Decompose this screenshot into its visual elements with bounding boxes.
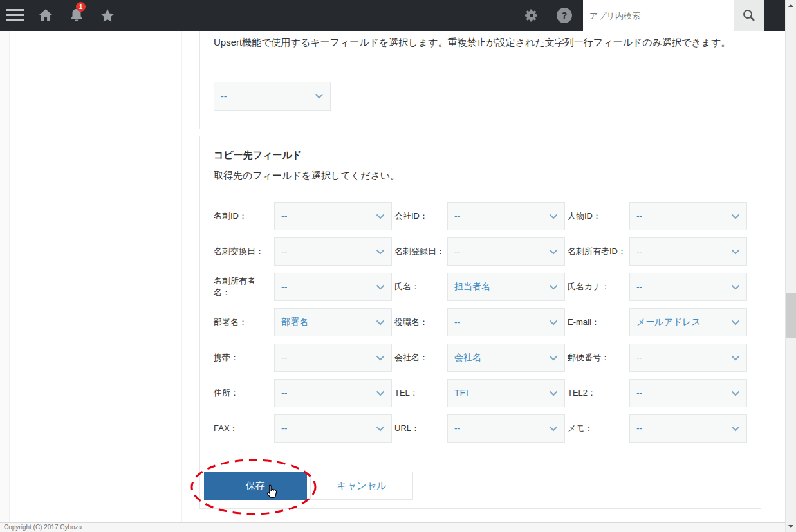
chevron-down-icon — [731, 214, 740, 219]
field-select[interactable]: -- — [447, 308, 565, 336]
field-label: URL： — [394, 423, 445, 434]
field-select[interactable]: -- — [629, 273, 747, 301]
field-label: 会社名： — [394, 352, 445, 363]
field-select[interactable]: -- — [274, 237, 392, 266]
field-select[interactable]: -- — [629, 344, 747, 372]
topbar: 1 ? — [0, 0, 785, 31]
field-value: 担当者名 — [454, 281, 490, 293]
field-select[interactable]: メールアドレス — [629, 308, 747, 336]
field-select[interactable]: -- — [447, 237, 565, 266]
field-select[interactable]: -- — [274, 202, 392, 230]
chevron-down-icon — [376, 284, 385, 290]
notification-badge: 1 — [76, 2, 86, 12]
field-label: FAX： — [214, 423, 272, 434]
field-value: TEL — [454, 388, 471, 398]
field-label: 住所： — [214, 387, 272, 399]
sidebar — [10, 31, 182, 522]
chevron-down-icon — [376, 249, 385, 255]
field-value: -- — [454, 246, 460, 257]
scrollbar-up-arrow[interactable] — [786, 0, 796, 11]
field-select[interactable]: -- — [447, 202, 565, 230]
field-label: 名刺交換日： — [214, 246, 272, 257]
field-value: -- — [454, 423, 460, 434]
field-value: -- — [636, 388, 642, 398]
key-field-value: -- — [221, 91, 227, 102]
field-value: 会社名 — [454, 352, 481, 363]
favorite-star-icon[interactable] — [99, 7, 116, 26]
field-value: -- — [281, 246, 287, 257]
field-select[interactable]: -- — [274, 344, 392, 372]
field-select[interactable]: -- — [274, 273, 392, 301]
field-select[interactable]: 部署名 — [274, 308, 392, 336]
notifications-button[interactable]: 1 — [68, 7, 85, 26]
search-button[interactable] — [734, 0, 764, 31]
field-select[interactable]: 担当者名 — [447, 273, 565, 301]
field-select[interactable]: 会社名 — [447, 344, 565, 372]
field-label: メモ： — [568, 423, 627, 434]
search-input[interactable] — [583, 0, 734, 31]
field-label: TEL2： — [568, 387, 627, 399]
chevron-down-icon — [315, 93, 324, 99]
chevron-down-icon — [549, 249, 558, 255]
upsert-key-field-section: Upsert機能で使用するキーフィールドを選択します。重複禁止が設定された文字列… — [199, 31, 761, 129]
field-value: -- — [636, 282, 642, 292]
section-subtitle: 取得先のフィールドを選択してください。 — [214, 170, 400, 182]
chevron-down-icon — [731, 320, 740, 326]
menu-icon[interactable] — [6, 9, 24, 22]
field-select[interactable]: -- — [629, 379, 747, 407]
scrollbar-thumb[interactable] — [786, 293, 796, 338]
field-select[interactable]: -- — [274, 414, 392, 443]
field-select[interactable]: -- — [629, 202, 747, 230]
chevron-down-icon — [549, 426, 558, 432]
chevron-down-icon — [376, 426, 385, 432]
field-label: 携帯： — [214, 352, 272, 363]
field-label: 氏名： — [394, 281, 445, 293]
chevron-down-icon — [549, 320, 558, 326]
save-button[interactable]: 保存 — [204, 472, 307, 500]
chevron-down-icon — [549, 284, 558, 290]
field-label: 名刺所有者ID： — [568, 246, 627, 257]
scrollbar-down-arrow[interactable] — [786, 521, 796, 532]
field-select[interactable]: -- — [274, 379, 392, 407]
field-select[interactable]: TEL — [447, 379, 565, 407]
left-edge — [0, 31, 10, 522]
field-select[interactable]: -- — [629, 414, 747, 443]
copy-fields-section: コピー先フィールド 取得先のフィールドを選択してください。 名刺ID： -- 会… — [199, 136, 761, 509]
chevron-down-icon — [376, 355, 385, 361]
content-area: Upsert機能で使用するキーフィールドを選択します。重複禁止が設定された文字列… — [0, 31, 785, 522]
field-value: -- — [636, 423, 642, 434]
field-grid: 名刺ID： -- 会社ID： -- 人物ID： -- 名刺交換日： -- 名刺登… — [214, 202, 748, 443]
upsert-description: Upsert機能で使用するキーフィールドを選択します。重複禁止が設定された文字列… — [214, 35, 746, 50]
copyright-text: Copyright (C) 2017 Cybozu — [4, 524, 82, 531]
chevron-down-icon — [731, 390, 740, 396]
field-label: E-mail： — [568, 316, 627, 328]
field-label: 名刺ID： — [214, 210, 272, 222]
field-select[interactable]: -- — [447, 414, 565, 443]
cancel-button[interactable]: キャンセル — [310, 472, 413, 500]
field-value: 部署名 — [281, 316, 308, 328]
field-value: -- — [454, 317, 460, 327]
vertical-scrollbar[interactable] — [785, 0, 796, 532]
field-value: -- — [281, 388, 287, 398]
app-search — [583, 0, 764, 31]
field-label: 人物ID： — [568, 210, 627, 222]
field-label: 郵便番号： — [568, 352, 627, 363]
chevron-down-icon — [549, 390, 558, 396]
field-label: 会社ID： — [394, 210, 445, 222]
search-icon — [742, 8, 756, 23]
key-field-select[interactable]: -- — [214, 82, 331, 111]
field-label: 部署名： — [214, 316, 272, 328]
chevron-down-icon — [731, 355, 740, 361]
field-value: -- — [636, 246, 642, 257]
home-icon[interactable] — [37, 7, 54, 26]
field-value: メールアドレス — [636, 316, 701, 328]
settings-gear-icon[interactable] — [524, 8, 539, 26]
chevron-down-icon — [376, 320, 385, 326]
field-label: 名刺登録日： — [394, 246, 445, 257]
chevron-down-icon — [731, 249, 740, 255]
field-select[interactable]: -- — [629, 237, 747, 266]
help-icon[interactable]: ? — [556, 7, 573, 26]
field-value: -- — [281, 423, 287, 434]
field-label: 名刺所有者名： — [214, 275, 272, 298]
chevron-down-icon — [549, 355, 558, 361]
